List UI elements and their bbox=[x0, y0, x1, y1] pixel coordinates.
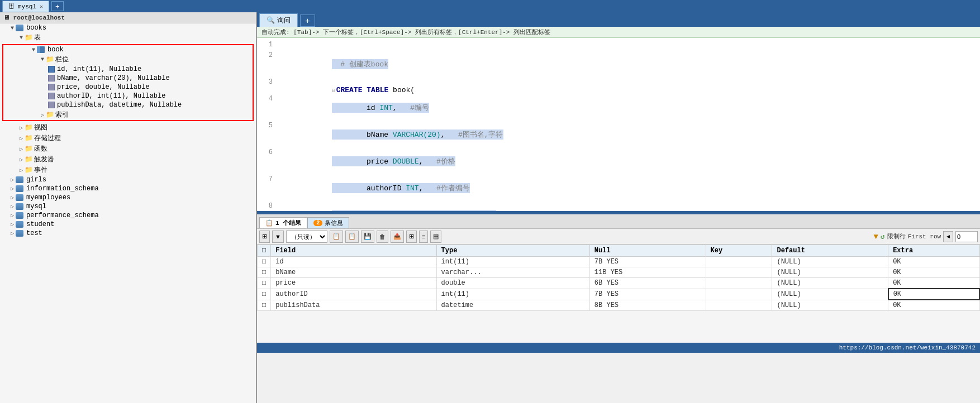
first-row-label: First row bbox=[908, 233, 941, 240]
cell-type: int(11) bbox=[436, 289, 589, 300]
sidebar-item-views[interactable]: ▷ 📁 视图 bbox=[0, 122, 256, 133]
sidebar-item-information-schema[interactable]: ▷ information_schema bbox=[0, 184, 256, 193]
expand-arrow-views: ▷ bbox=[18, 124, 25, 131]
toolbar-dropdown-btn[interactable]: ▼ bbox=[272, 231, 284, 243]
cell-checkbox[interactable]: □ bbox=[258, 267, 271, 278]
table-row[interactable]: □ authorID int(11) 7B YES (NULL) 0K bbox=[258, 289, 980, 300]
cell-extra: 0K bbox=[888, 267, 979, 278]
results-table-container: □ Field Type Null Key Default Extra □ id… bbox=[257, 244, 980, 343]
tab-mysql[interactable]: 🗄 mysql ✕ bbox=[2, 1, 49, 12]
db-icon: 🗄 bbox=[8, 3, 15, 10]
line-num-4: 4 bbox=[257, 94, 277, 103]
refresh-icon: ↺ bbox=[881, 232, 885, 241]
th-extra: Extra bbox=[888, 245, 979, 257]
sidebar-item-field-bname[interactable]: bName, varchar(20), Nullable bbox=[3, 74, 253, 83]
cell-checkbox[interactable]: □ bbox=[258, 300, 271, 311]
result-tab-results[interactable]: 📋 1 个结果 bbox=[259, 217, 307, 228]
sidebar-item-book[interactable]: ▼ book bbox=[3, 45, 253, 54]
result-tab-icon: 📋 bbox=[265, 219, 273, 227]
book-section: ▼ book ▼ 📁 栏位 id, int(11), Nullable bNam… bbox=[2, 44, 254, 121]
toolbar-copy-btn[interactable]: 📋 bbox=[330, 231, 343, 243]
cell-type: varchar... bbox=[436, 267, 589, 278]
cell-null-size: 11B YES bbox=[589, 267, 706, 278]
tables-folder-icon: 📁 bbox=[25, 33, 33, 42]
sidebar-item-procedures[interactable]: ▷ 📁 存储过程 bbox=[0, 133, 256, 143]
field-authorid-label: authorID, int(11), Nullable bbox=[57, 92, 165, 100]
query-tab-add-btn[interactable]: + bbox=[300, 15, 315, 27]
functions-icon: 📁 bbox=[25, 145, 33, 153]
results-panel: 📋 1 个结果 2 条信息 ⊞ ▼ （只读） 📋 📋 💾 🗑 � bbox=[257, 214, 980, 343]
toolbar-grid-view-btn[interactable]: ⊞ bbox=[406, 231, 417, 243]
procedures-label: 存储过程 bbox=[34, 133, 61, 143]
sidebar-item-field-id[interactable]: id, int(11), Nullable bbox=[3, 65, 253, 74]
toolbar-paste-btn[interactable]: 📋 bbox=[345, 231, 359, 243]
field-id-icon bbox=[48, 66, 55, 73]
main-container: 🖥 root@localhost ▼ books ▼ 📁 表 ▼ book bbox=[0, 12, 980, 403]
collapse-btn-3[interactable]: ⊟ bbox=[332, 88, 335, 94]
sidebar-item-test[interactable]: ▷ test bbox=[0, 229, 256, 238]
sidebar-item-field-authorid[interactable]: authorID, int(11), Nullable bbox=[3, 92, 253, 100]
status-text: https://blog.csdn.net/weixin_43870742 bbox=[839, 344, 976, 351]
sidebar-item-books[interactable]: ▼ books bbox=[0, 23, 256, 32]
sidebar-item-events[interactable]: ▷ 📁 事件 bbox=[0, 165, 256, 175]
sidebar-item-tables-group[interactable]: ▼ 📁 表 bbox=[0, 32, 256, 43]
sidebar-item-functions[interactable]: ▷ 📁 函数 bbox=[0, 143, 256, 154]
code-line-2: 2 # 创建表book bbox=[257, 51, 980, 78]
expand-arrow-information-schema: ▷ bbox=[9, 185, 16, 192]
field-price-label: price, double, Nullable bbox=[57, 83, 150, 91]
sidebar-item-girls[interactable]: ▷ girls bbox=[0, 175, 256, 184]
index-folder-icon: 📁 bbox=[46, 111, 54, 119]
table-row[interactable]: □ publishData datetime 8B YES (NULL) 0K bbox=[258, 300, 980, 311]
cell-default: (NULL) bbox=[772, 289, 888, 300]
code-lines: 1 2 # 创建表book 3 ⊟CREATE TABLE book( bbox=[257, 38, 980, 211]
tab-add-btn[interactable]: + bbox=[51, 1, 64, 11]
status-bar: https://blog.csdn.net/weixin_43870742 bbox=[257, 343, 980, 353]
cell-checkbox[interactable]: □ bbox=[258, 257, 271, 267]
sidebar-item-fields-group[interactable]: ▼ 📁 栏位 bbox=[3, 54, 253, 65]
expand-arrow-test: ▷ bbox=[9, 230, 16, 237]
table-row[interactable]: □ bName varchar... 11B YES (NULL) 0K bbox=[258, 267, 980, 278]
right-panel: 🔍 询问 + 自动完成: [Tab]-> 下一个标签，[Ctrl+Space]-… bbox=[257, 12, 980, 403]
result-tab-info-label: 条信息 bbox=[325, 219, 343, 227]
sidebar-item-student[interactable]: ▷ student bbox=[0, 220, 256, 229]
sidebar-item-mysql[interactable]: ▷ mysql bbox=[0, 202, 256, 211]
cell-null-size: 6B YES bbox=[589, 278, 706, 289]
girls-label: girls bbox=[26, 176, 46, 184]
sidebar-item-myemployees[interactable]: ▷ myemployees bbox=[0, 193, 256, 202]
toolbar-list-view-btn[interactable]: ≡ bbox=[419, 231, 428, 243]
sidebar-item-field-price[interactable]: price, double, Nullable bbox=[3, 83, 253, 92]
toolbar-export-btn[interactable]: 📤 bbox=[391, 231, 404, 243]
query-tab-main[interactable]: 🔍 询问 bbox=[259, 13, 298, 27]
sidebar-item-performance-schema[interactable]: ▷ performance_schema bbox=[0, 211, 256, 220]
information-schema-label: information_schema bbox=[26, 185, 99, 193]
sidebar-item-triggers[interactable]: ▷ 📁 触发器 bbox=[0, 154, 256, 165]
tab-close-btn[interactable]: ✕ bbox=[40, 3, 43, 10]
cell-default: (NULL) bbox=[772, 278, 888, 289]
sidebar-item-index-group[interactable]: ▷ 📁 索引 bbox=[3, 109, 253, 120]
toolbar-save-btn[interactable]: 💾 bbox=[361, 231, 374, 243]
sidebar-item-field-publishdata[interactable]: publishData, datetime, Nullable bbox=[3, 100, 253, 109]
toolbar-form-view-btn[interactable]: ▤ bbox=[430, 231, 441, 243]
table-row[interactable]: □ price double 6B YES (NULL) 0K bbox=[258, 278, 980, 289]
mode-select[interactable]: （只读） bbox=[286, 231, 327, 243]
code-editor[interactable]: 1 2 # 创建表book 3 ⊟CREATE TABLE book( bbox=[257, 38, 980, 211]
table-row[interactable]: □ id int(11) 7B YES (NULL) 0K bbox=[258, 257, 980, 267]
db-icon-student bbox=[16, 221, 23, 228]
nav-prev-btn[interactable]: ◄ bbox=[943, 231, 953, 242]
book-table-icon bbox=[37, 46, 45, 53]
db-icon-myemployees bbox=[16, 194, 23, 201]
toolbar-delete-btn[interactable]: 🗑 bbox=[377, 231, 388, 243]
result-tab-info[interactable]: 2 条信息 bbox=[307, 217, 349, 228]
db-icon-girls bbox=[16, 176, 23, 183]
tab-bar: 🗄 mysql ✕ + bbox=[0, 0, 980, 12]
cell-extra: 0K bbox=[888, 289, 979, 300]
line-num-8: 8 bbox=[257, 202, 277, 210]
toolbar-grid-btn[interactable]: ⊞ bbox=[259, 231, 270, 243]
cell-checkbox[interactable]: □ bbox=[258, 278, 271, 289]
field-authorid-icon bbox=[48, 93, 55, 99]
filter-icon: ▼ bbox=[873, 232, 878, 241]
cell-checkbox[interactable]: □ bbox=[258, 289, 271, 300]
expand-arrow-girls: ▷ bbox=[9, 176, 16, 183]
first-row-input[interactable] bbox=[955, 231, 978, 242]
line-content-3: ⊟CREATE TABLE book( bbox=[277, 78, 980, 94]
